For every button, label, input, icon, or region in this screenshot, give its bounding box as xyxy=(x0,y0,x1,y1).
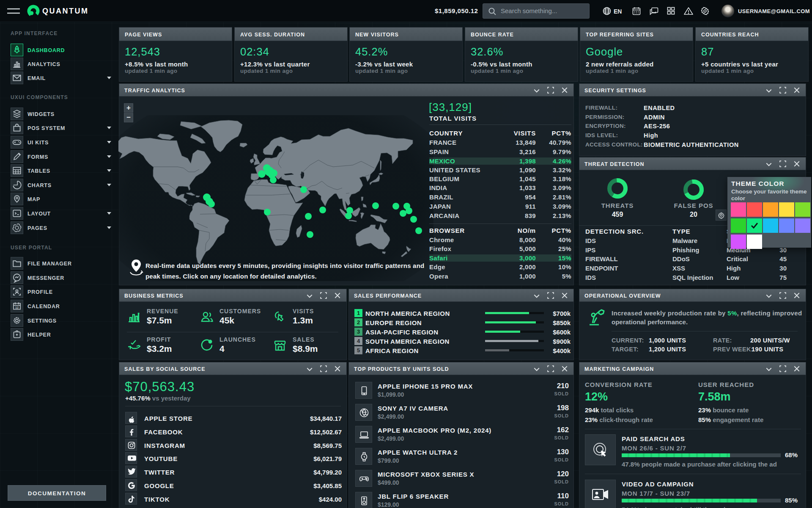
svg-text:12: 12 xyxy=(15,306,19,309)
